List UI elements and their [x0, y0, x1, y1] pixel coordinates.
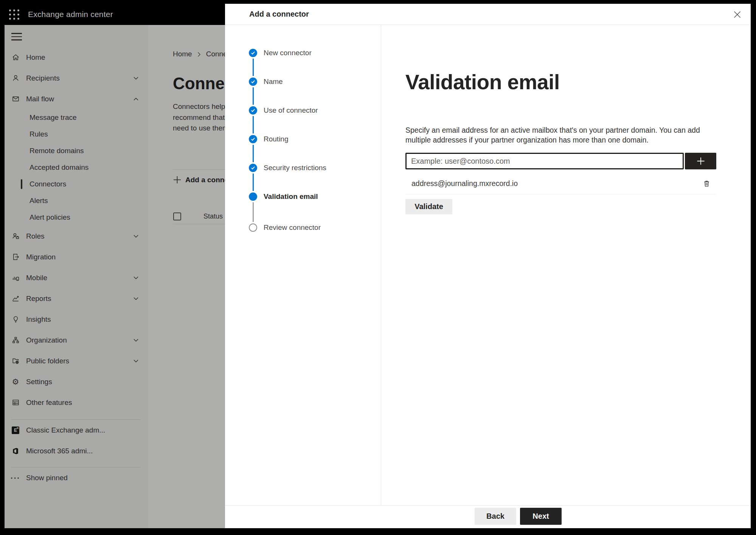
step-check-icon: [249, 106, 257, 115]
step-use-of-connector[interactable]: Use of connector: [225, 106, 381, 135]
step-review-connector[interactable]: Review connector: [225, 223, 381, 239]
validation-email-step: Validation email Specify an email addres…: [381, 25, 751, 505]
step-check-icon: [249, 78, 257, 86]
next-button[interactable]: Next: [520, 508, 562, 525]
step-validation-email[interactable]: Validation email: [225, 192, 381, 221]
address-list-item: address@journaling.mxrecord.io: [405, 175, 716, 191]
step-security-restrictions[interactable]: Security restrictions: [225, 164, 381, 192]
step-current-dot: [249, 192, 257, 201]
step-check-icon: [249, 135, 257, 143]
plus-icon: [696, 157, 705, 166]
trash-icon: [703, 180, 711, 188]
panel-title: Add a connector: [249, 10, 309, 19]
step-routing[interactable]: Routing: [225, 135, 381, 164]
step-new-connector[interactable]: New connector: [225, 49, 381, 78]
email-input-row: [405, 153, 716, 169]
address-text: address@journaling.mxrecord.io: [411, 179, 518, 188]
close-icon: [734, 11, 741, 18]
step-heading: Validation email: [405, 70, 751, 94]
close-button[interactable]: [730, 8, 744, 21]
delete-address-button[interactable]: [699, 176, 714, 191]
add-connector-panel: Add a connector New connector: [225, 4, 751, 528]
validate-button[interactable]: Validate: [405, 199, 452, 214]
step-check-icon: [249, 49, 257, 57]
panel-footer: Back Next: [225, 505, 751, 528]
exchange-admin-app: Exchange admin center Home Recipients Ma…: [5, 4, 751, 528]
divider: [405, 194, 716, 194]
add-email-button[interactable]: [685, 153, 716, 169]
step-name[interactable]: Name: [225, 78, 381, 106]
panel-header: Add a connector: [225, 4, 751, 25]
step-upcoming-dot: [249, 223, 257, 232]
step-description: Specify an email address for an active m…: [405, 125, 710, 145]
email-input[interactable]: [405, 153, 684, 169]
screenshot-frame: Exchange admin center Home Recipients Ma…: [0, 0, 756, 535]
step-check-icon: [249, 164, 257, 172]
back-button[interactable]: Back: [475, 508, 516, 525]
wizard-steps: New connector Name Use of connector: [225, 25, 381, 505]
